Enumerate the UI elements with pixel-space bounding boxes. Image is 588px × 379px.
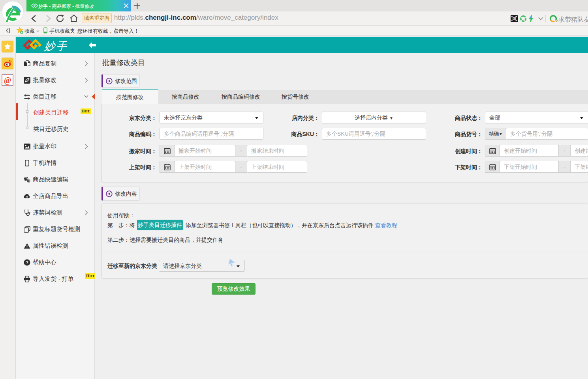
svg-text:?: ? — [26, 260, 28, 265]
svg-text:@: @ — [4, 76, 11, 85]
